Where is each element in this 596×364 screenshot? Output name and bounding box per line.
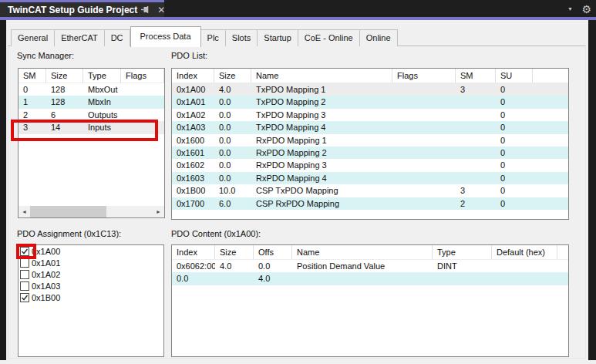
cell: 14 xyxy=(46,121,83,133)
cell: MbxIn xyxy=(83,96,121,108)
cell xyxy=(121,109,164,121)
cell: 6 xyxy=(46,109,83,121)
checkbox-unchecked-icon[interactable] xyxy=(20,258,29,268)
column-header-index[interactable]: Index xyxy=(172,69,214,83)
column-header-flags[interactable]: Flags xyxy=(392,69,456,83)
scroll-right-arrow-icon[interactable]: ► xyxy=(153,206,164,217)
checkbox-checked-icon[interactable] xyxy=(20,247,29,256)
table-row[interactable]: 0x1A010.0TxPDO Mapping 20 xyxy=(172,96,568,108)
sync-manager-list: SMSizeTypeFlags0128MbxOut1128MbxIn26Outp… xyxy=(18,68,165,218)
sync-manager-hscrollbar[interactable]: ◄ ► xyxy=(19,206,164,217)
table-row[interactable]: 0128MbxOut xyxy=(19,83,164,96)
table-header: IndexSizeNameFlagsSMSU xyxy=(172,69,568,83)
cell: RxPDO Mapping 2 xyxy=(251,147,392,159)
pdo-assignment-label: PDO Assignment (0x1C13): xyxy=(17,229,121,238)
cell: 0 xyxy=(496,197,533,210)
table-row[interactable]: 0x6062:004.00.0Position Demand ValueDINT xyxy=(172,260,568,272)
table-row[interactable]: 0x1A004.0TxPDO Mapping 130 xyxy=(172,83,568,96)
cell xyxy=(456,159,496,171)
scroll-left-arrow-icon[interactable]: ◄ xyxy=(19,206,30,217)
cell: 4.0 xyxy=(215,260,254,272)
cell: TxPDO Mapping 1 xyxy=(251,83,392,96)
pdo-assignment-item-label: 0x1A02 xyxy=(32,270,60,279)
cell: 0x1A01 xyxy=(172,96,214,108)
cell: 2 xyxy=(456,197,496,210)
cell: Outputs xyxy=(83,109,121,121)
cell xyxy=(121,96,164,108)
checkbox-unchecked-icon[interactable] xyxy=(20,270,29,279)
column-header-type[interactable]: Type xyxy=(83,69,121,83)
tab-plc[interactable]: Plc xyxy=(201,29,226,46)
pdo-content-label: PDO Content (0x1A00): xyxy=(171,229,261,238)
checkbox-unchecked-icon[interactable] xyxy=(20,281,29,291)
cell: 128 xyxy=(46,96,83,108)
table-row[interactable]: 0x16030.0RxPDO Mapping 40 xyxy=(172,172,568,184)
tab-slots[interactable]: Slots xyxy=(226,29,258,46)
column-header-su[interactable]: SU xyxy=(496,69,533,83)
tab-coe-online[interactable]: CoE - Online xyxy=(298,29,360,46)
cell: Inputs xyxy=(83,121,121,133)
table-row[interactable]: 314Inputs xyxy=(19,121,164,133)
cell: 0x1602 xyxy=(172,159,214,171)
table-row[interactable]: 0x16010.0RxPDO Mapping 20 xyxy=(172,147,568,159)
pdo-assignment-item-0x1a02[interactable]: 0x1A02 xyxy=(19,268,163,280)
column-header-sm[interactable]: SM xyxy=(19,69,46,83)
scrollbar-thumb[interactable] xyxy=(30,206,106,217)
column-header-offs[interactable]: Offs xyxy=(254,245,292,259)
cell xyxy=(292,272,433,285)
table-row[interactable]: 0x1A020.0TxPDO Mapping 30 xyxy=(172,109,568,121)
tab-dc[interactable]: DC xyxy=(105,29,130,46)
column-header-name[interactable]: Name xyxy=(292,245,433,259)
cell: 3 xyxy=(456,184,496,197)
table-row[interactable]: 0x16000.0RxPDO Mapping 10 xyxy=(172,134,568,147)
cell: 0 xyxy=(496,172,533,184)
pdo-assignment-item-0x1a00[interactable]: 0x1A00 xyxy=(19,245,163,257)
pdo-assignment-item-label: 0x1A00 xyxy=(32,247,60,256)
column-header-sm[interactable]: SM xyxy=(456,69,496,83)
pdo-assignment-item-0x1a01[interactable]: 0x1A01 xyxy=(19,257,163,268)
pdo-assignment-item-0x1b00[interactable]: 0x1B00 xyxy=(19,292,163,304)
document-title: TwinCAT Setup Guide Project xyxy=(8,5,137,15)
tab-ethercat[interactable]: EtherCAT xyxy=(55,29,104,46)
column-header-default-hex[interactable]: Default (hex) xyxy=(492,245,557,259)
table-row[interactable]: 0x1A030.0TxPDO Mapping 40 xyxy=(172,121,568,133)
cell xyxy=(456,109,496,121)
tab-general[interactable]: General xyxy=(11,29,55,46)
column-header-flags[interactable]: Flags xyxy=(121,69,164,83)
cell: 0 xyxy=(496,184,533,197)
scrollbar-track[interactable] xyxy=(30,206,153,217)
checkbox-checked-icon[interactable] xyxy=(20,293,29,302)
cell: RxPDO Mapping 1 xyxy=(251,134,392,147)
column-header-type[interactable]: Type xyxy=(433,245,492,259)
column-header-size[interactable]: Size xyxy=(46,69,83,83)
table-row[interactable]: 0x17006.0CSP RxPDO Mapping20 xyxy=(172,197,568,210)
column-header-name[interactable]: Name xyxy=(251,69,392,83)
cell: Position Demand Value xyxy=(292,260,433,272)
table-row[interactable]: 0x1B0010.0CSP TxPDO Mapping30 xyxy=(172,184,568,197)
table-row[interactable]: 0.04.0 xyxy=(172,272,568,285)
column-header-index[interactable]: Index xyxy=(172,245,215,259)
column-header-size[interactable]: Size xyxy=(214,69,251,83)
tab-online[interactable]: Online xyxy=(360,29,398,46)
cell: 2 xyxy=(19,109,46,121)
cell xyxy=(492,272,557,285)
document-tab[interactable]: TwinCAT Setup Guide Project ✕ xyxy=(0,0,164,17)
cell: RxPDO Mapping 3 xyxy=(251,159,392,171)
window-position-dropdown-icon[interactable]: ▼ xyxy=(567,6,573,12)
table-row[interactable]: 0x16020.0RxPDO Mapping 30 xyxy=(172,159,568,171)
tab-startup[interactable]: Startup xyxy=(258,29,298,46)
cell: 0 xyxy=(496,83,533,96)
pin-icon[interactable] xyxy=(140,5,150,15)
table-row[interactable]: 26Outputs xyxy=(19,109,164,121)
cell xyxy=(392,134,456,147)
table-header: IndexSizeOffsNameTypeDefault (hex) xyxy=(172,245,568,260)
cell: MbxOut xyxy=(83,83,121,96)
settings-gear-icon[interactable]: ⚙ xyxy=(581,3,591,15)
table-row[interactable]: 1128MbxIn xyxy=(19,96,164,108)
close-icon[interactable]: ✕ xyxy=(155,5,167,15)
tab-process-data[interactable]: Process Data xyxy=(130,26,201,47)
column-header-size[interactable]: Size xyxy=(215,245,254,259)
pdo-assignment-list: 0x1A000x1A010x1A020x1A030x1B00 xyxy=(18,244,164,357)
cell: CSP RxPDO Mapping xyxy=(251,197,392,210)
pdo-assignment-item-0x1a03[interactable]: 0x1A03 xyxy=(19,281,163,292)
